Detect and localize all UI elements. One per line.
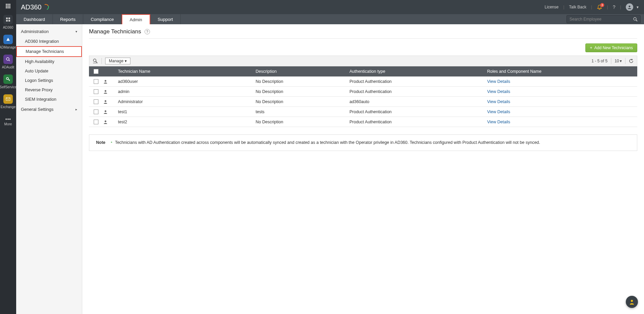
cell-name: Administrator: [117, 99, 255, 104]
manage-dropdown-button[interactable]: Manage ▾: [105, 58, 130, 64]
triangle-icon: [3, 35, 13, 44]
svg-point-27: [105, 100, 106, 102]
rail-selfservice[interactable]: SelfService: [0, 74, 17, 89]
col-roles[interactable]: Roles and Component Name: [487, 69, 637, 74]
sidebar-item-high-availability[interactable]: High Availability: [16, 57, 82, 66]
rail-label: Exchange: [1, 105, 16, 109]
rail-exchange[interactable]: Exchange: [1, 94, 16, 109]
tab-compliance[interactable]: Compliance: [83, 14, 122, 24]
svg-point-29: [105, 120, 106, 122]
search-box[interactable]: [566, 15, 641, 23]
chevron-down-icon: ▾: [620, 59, 622, 63]
row-checkbox[interactable]: [94, 79, 98, 84]
chevron-down-icon: ▾: [125, 59, 127, 63]
sidebar-item-auto-update[interactable]: Auto Update: [16, 66, 82, 76]
plus-icon: +: [590, 45, 592, 50]
sidebar-item-logon-settings[interactable]: Logon Settings: [16, 76, 82, 85]
col-description[interactable]: Description: [255, 69, 349, 74]
notifications-icon[interactable]: 3: [597, 4, 602, 10]
user-dropdown-caret-icon[interactable]: ▼: [636, 5, 639, 9]
svg-rect-2: [9, 4, 10, 5]
sidebar-section-administration[interactable]: Administration ▾: [16, 26, 82, 37]
user-menu-icon[interactable]: [626, 3, 633, 11]
row-checkbox[interactable]: [94, 120, 98, 124]
view-details-link[interactable]: View Details: [487, 99, 510, 104]
svg-rect-5: [9, 5, 10, 7]
table-row[interactable]: Administrator No Description ad360auto V…: [89, 97, 637, 107]
table-row[interactable]: admin No Description Product Authenticat…: [89, 87, 637, 97]
svg-point-13: [6, 58, 9, 60]
rail-adaudit[interactable]: ADAudit: [2, 55, 14, 69]
grid-header: Technician Name Description Authenticati…: [89, 66, 637, 76]
search-input[interactable]: [570, 17, 631, 22]
page-content: Manage Technicians ? + Add New Technicia…: [82, 24, 644, 314]
chevron-down-icon: ▾: [75, 30, 77, 33]
topbar: AD360 License | Talk Back | 3 | ? | ▼: [16, 0, 644, 14]
page-help-icon[interactable]: ?: [145, 29, 150, 34]
page-size-dropdown[interactable]: 10 ▾: [615, 59, 622, 63]
col-technician-name[interactable]: Technician Name: [117, 69, 255, 74]
table-row[interactable]: test1 tests Product Authentication View …: [89, 107, 637, 117]
rail-ad360[interactable]: AD360: [3, 15, 13, 29]
floating-help-button[interactable]: [626, 296, 638, 308]
page-title: Manage Technicians: [89, 28, 141, 35]
separator: |: [620, 5, 621, 9]
rail-admanager[interactable]: ADManager: [0, 35, 17, 49]
search-icon[interactable]: [633, 17, 638, 22]
view-details-link[interactable]: View Details: [487, 79, 510, 84]
row-checkbox[interactable]: [94, 109, 98, 114]
svg-rect-8: [9, 7, 10, 8]
rail-label: AD360: [3, 26, 13, 29]
separator: |: [607, 5, 608, 9]
svg-point-26: [105, 90, 106, 92]
separator: [101, 58, 102, 64]
rail-more[interactable]: ••• More: [4, 116, 12, 126]
envelope-icon: [3, 94, 13, 104]
rail-label: ADManager: [0, 45, 17, 49]
svg-line-21: [636, 20, 637, 21]
manage-label: Manage: [109, 59, 123, 63]
add-new-technicians-button[interactable]: + Add New Technicians: [585, 43, 637, 52]
select-all-checkbox[interactable]: [94, 69, 98, 74]
row-checkbox[interactable]: [94, 99, 98, 104]
tab-reports[interactable]: Reports: [53, 14, 84, 24]
tab-support[interactable]: Support: [150, 14, 181, 24]
refresh-icon[interactable]: [629, 59, 634, 63]
sidebar-item-manage-technicians[interactable]: Manage Technicians: [16, 46, 82, 57]
row-checkbox[interactable]: [94, 89, 98, 94]
view-details-link[interactable]: View Details: [487, 109, 510, 114]
sidebar-item-reverse-proxy[interactable]: Reverse Proxy: [16, 85, 82, 95]
bullet-icon: •: [111, 140, 112, 145]
user-icon: [103, 89, 117, 94]
user-icon: [103, 109, 117, 114]
svg-point-30: [631, 300, 633, 302]
rail-label: ADAudit: [2, 65, 14, 69]
svg-rect-7: [7, 7, 9, 8]
cell-auth: Product Authentication: [349, 89, 487, 94]
page-size-value: 10: [615, 59, 619, 63]
table-row[interactable]: test2 No Description Product Authenticat…: [89, 117, 637, 127]
chevron-right-icon: ▸: [75, 107, 77, 111]
talkback-link[interactable]: Talk Back: [569, 5, 586, 9]
column-search-icon[interactable]: [93, 58, 98, 64]
brand-logo[interactable]: AD360: [21, 3, 49, 11]
note-label: Note: [96, 139, 105, 146]
svg-rect-10: [8, 18, 10, 19]
cell-name: test1: [117, 109, 255, 114]
table-row[interactable]: ad360user No Description Product Authent…: [89, 76, 637, 87]
sidebar-item-integration[interactable]: AD360 Integration: [16, 37, 82, 46]
dots-icon: •••: [5, 116, 11, 122]
col-auth-type[interactable]: Authentication type: [349, 69, 487, 74]
apps-grid-icon[interactable]: [5, 3, 11, 9]
view-details-link[interactable]: View Details: [487, 89, 510, 94]
tab-admin[interactable]: Admin: [122, 14, 150, 24]
svg-point-25: [105, 80, 106, 82]
cell-desc: No Description: [255, 89, 349, 94]
help-icon[interactable]: ?: [613, 4, 615, 10]
brand-text: AD360: [21, 3, 41, 11]
sidebar-section-general[interactable]: General Settings ▸: [16, 104, 82, 115]
view-details-link[interactable]: View Details: [487, 120, 510, 124]
tab-dashboard[interactable]: Dashboard: [16, 14, 53, 24]
license-link[interactable]: License: [545, 5, 558, 9]
sidebar-item-siem-integration[interactable]: SIEM Integration: [16, 95, 82, 104]
